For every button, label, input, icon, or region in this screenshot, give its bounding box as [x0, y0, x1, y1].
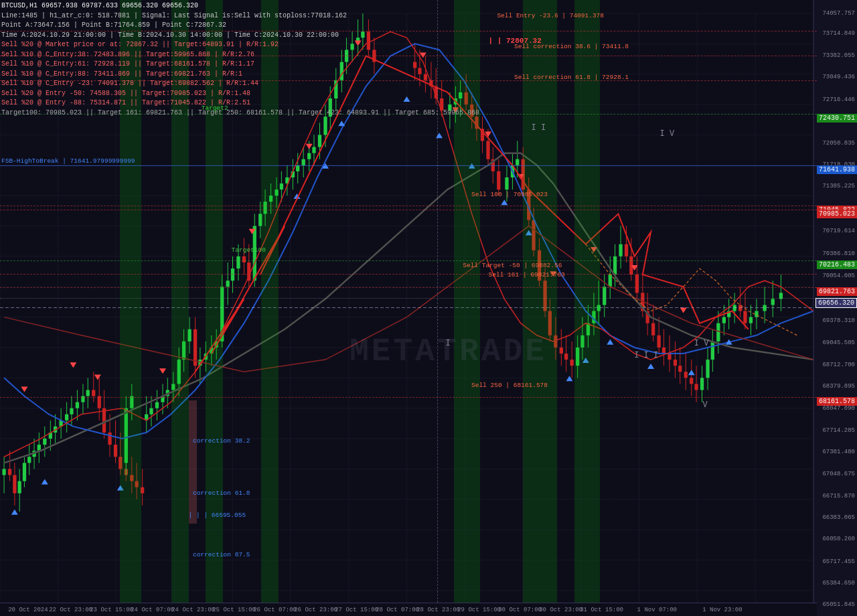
green-zone-6 [523, 0, 557, 603]
time-label: 27 Oct 15:00 [335, 607, 378, 613]
price-label-65717_455: 65717.455 [820, 558, 857, 566]
time-label: 1 Nov 23:00 [702, 607, 742, 613]
price-label-66715_870: 66715.870 [820, 492, 857, 500]
green-zone-4 [261, 0, 279, 603]
price-label-68712_700: 68712.700 [820, 361, 857, 369]
price-label-72716_446: 72716.446 [820, 96, 857, 104]
green-zone-7 [574, 0, 600, 603]
price-label-66383_065: 66383.065 [820, 514, 857, 522]
price-label-73049_436: 73049.436 [820, 73, 857, 81]
price-label-67048_675: 67048.675 [820, 470, 857, 478]
green-zone-1 [120, 0, 141, 603]
time-label: 23 Oct 15:00 [90, 607, 133, 613]
price-label-70386_810: 70386.810 [820, 250, 857, 258]
price-label-65384_650: 65384.650 [820, 579, 857, 587]
price-label-70054_005: 70054.005 [820, 272, 857, 280]
time-label: 24 Oct 07:00 [131, 607, 174, 613]
time-label: 26 Oct 23:00 [294, 607, 337, 613]
price-label-71385_225: 71385.225 [820, 182, 857, 190]
price-label-68047_090: 68047.090 [820, 404, 857, 412]
vertical-separator [437, 0, 438, 603]
time-label: 22 Oct 23:00 [49, 607, 92, 613]
time-label: 20 Oct 2024 [8, 607, 48, 613]
price-label-69045_505: 69045.505 [820, 339, 857, 347]
time-label: 29 Oct 15:00 [457, 607, 501, 613]
time-label: 28 Oct 23:00 [416, 607, 460, 613]
time-axis: 20 Oct 202422 Oct 23:0023 Oct 15:0024 Oc… [0, 603, 817, 616]
time-label: 26 Oct 07:00 [253, 607, 297, 613]
time-label: 24 Oct 23:00 [171, 607, 215, 613]
time-label: 31 Oct 15:00 [580, 607, 623, 613]
chart-container: 74057.75773714.84973382.05573049.4367271… [0, 0, 857, 616]
price-label-70719_614: 70719.614 [820, 227, 857, 235]
price-label-69378_310: 69378.310 [820, 317, 857, 325]
price-label-67381_480: 67381.480 [820, 448, 857, 456]
time-label: 30 Oct 07:00 [498, 607, 542, 613]
time-label: 25 Oct 15:00 [212, 607, 256, 613]
price-label-72430_751: 72430.751 [817, 114, 857, 123]
price-label-69656_320: 69656.320 [815, 298, 857, 308]
pink-zone-1 [189, 400, 198, 524]
time-label: 30 Oct 23:00 [539, 607, 582, 613]
price-label-66050_260: 66050.260 [820, 535, 857, 543]
time-label: 1 Nov 07:00 [637, 607, 677, 613]
time-label: 28 Oct 07:00 [376, 607, 419, 613]
price-label-71641_938: 71641.938 [817, 165, 857, 174]
price-label-65051_845: 65051.845 [820, 601, 857, 609]
green-zone-3 [206, 0, 223, 603]
green-zone-5 [454, 0, 479, 603]
price-label-73714_849: 73714.849 [820, 29, 857, 37]
price-label-72050_835: 72050.835 [820, 139, 857, 147]
green-zone-2 [171, 0, 189, 603]
price-label-73382_055: 73382.055 [820, 52, 857, 60]
price-label-70985_023: 70985.023 [817, 210, 857, 218]
price-label-74057_757: 74057.757 [820, 9, 857, 17]
price-label-70216_483: 70216.483 [817, 260, 857, 269]
price-label-69821_763: 69821.763 [817, 287, 857, 296]
price-label-68379_895: 68379.895 [820, 382, 857, 390]
price-label-67714_285: 67714.285 [820, 427, 857, 435]
